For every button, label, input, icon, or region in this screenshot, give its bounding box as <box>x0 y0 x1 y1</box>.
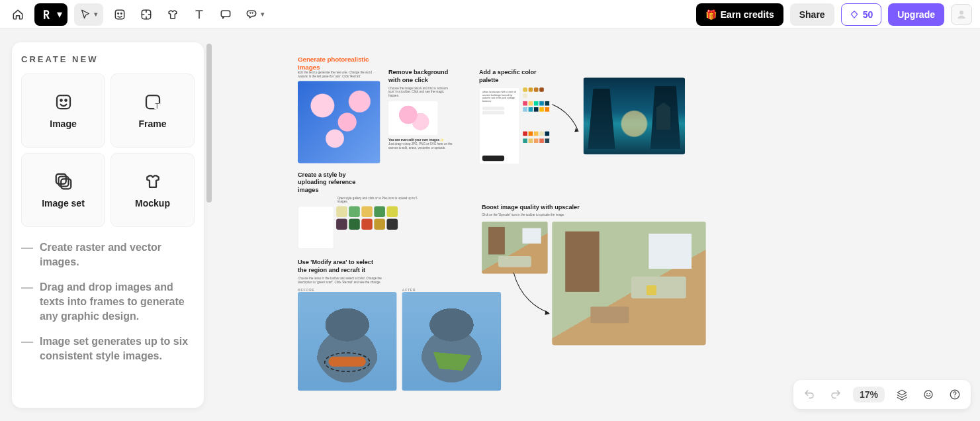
canvas-image-room-large[interactable] <box>552 222 705 346</box>
style-thumb[interactable] <box>374 218 385 230</box>
style-thumb[interactable] <box>336 218 347 230</box>
upscale-subtext: Click on the 'Upscale' icon in the toolb… <box>482 213 592 217</box>
canvas-image-fantasy[interactable] <box>584 77 686 154</box>
canvas-style-panel[interactable] <box>298 206 334 249</box>
tip-item: — Image set generates up to six consiste… <box>21 334 195 363</box>
create-image-card[interactable]: Image <box>21 73 105 148</box>
palette-swatch[interactable] <box>529 93 533 98</box>
palette-swatch[interactable] <box>545 138 550 143</box>
style-thumb[interactable] <box>374 206 385 217</box>
mockup-tool[interactable] <box>163 5 183 24</box>
zoom-level[interactable]: 17% <box>853 387 885 402</box>
panel-scrollbar[interactable] <box>206 42 212 408</box>
svg-point-1 <box>118 13 119 14</box>
palette-swatch[interactable] <box>534 131 539 136</box>
palette-swatch[interactable] <box>523 87 527 92</box>
comment-tool[interactable] <box>216 5 236 24</box>
palette-swatch[interactable] <box>523 107 527 112</box>
layers-button[interactable] <box>893 385 911 404</box>
palette-swatch[interactable] <box>534 101 539 105</box>
zoom-value: 17% <box>860 389 878 400</box>
palette-swatch[interactable] <box>529 87 533 92</box>
tip-item: — Create raster and vector images. <box>21 240 195 269</box>
undo-button[interactable] <box>800 385 819 404</box>
palette-swatch[interactable] <box>529 107 533 112</box>
palette-swatch[interactable] <box>529 101 533 105</box>
modify-subtext: Choose the lasso in the toolbar and sele… <box>298 276 396 284</box>
bottom-toolbar: 17% <box>793 380 971 409</box>
svg-text:T: T <box>155 103 159 110</box>
share-button[interactable]: Share <box>790 3 834 26</box>
style-thumb[interactable] <box>386 206 398 217</box>
palette-swatch[interactable] <box>523 131 527 136</box>
palette-swatch[interactable] <box>534 138 539 143</box>
gift-icon: 🎁 <box>705 9 717 20</box>
help-button[interactable] <box>946 385 964 404</box>
arrow-icon <box>510 270 553 320</box>
palette-swatch[interactable] <box>539 101 544 105</box>
tip-item: — Drag and drop images and texts into fr… <box>21 280 195 324</box>
canvas[interactable]: Generate photorealistic images Edit the … <box>218 29 980 421</box>
create-imageset-card[interactable]: Image set <box>21 153 105 227</box>
palette-swatch[interactable] <box>529 138 533 143</box>
prompt-preview: urban landscape with a view of ancient b… <box>482 91 516 103</box>
credits-pill[interactable]: 50 <box>841 3 882 26</box>
earn-credits-button[interactable]: 🎁 Earn credits <box>696 3 783 26</box>
arrow-icon <box>549 102 582 135</box>
palette-swatch[interactable] <box>523 93 527 98</box>
section-heading: Generate photorealistic images <box>298 56 380 71</box>
user-avatar[interactable] <box>951 4 972 25</box>
palette-swatch[interactable] <box>539 87 544 92</box>
palette-swatch[interactable] <box>539 107 544 112</box>
select-tool[interactable]: ▾ <box>74 3 103 26</box>
upgrade-label: Upgrade <box>897 9 935 20</box>
palette-swatch[interactable] <box>534 107 539 112</box>
palette-swatch[interactable] <box>523 101 527 105</box>
style-thumb[interactable] <box>386 218 398 230</box>
redo-button[interactable] <box>826 385 845 404</box>
view-button[interactable] <box>919 385 938 404</box>
svg-point-21 <box>954 397 956 398</box>
canvas-image-sakura[interactable] <box>298 81 380 164</box>
ai-tools-menu[interactable]: ▾ <box>242 5 267 24</box>
upgrade-button[interactable]: Upgrade <box>888 3 944 26</box>
upscale-title: Boost image quality with upscaler <box>482 204 706 211</box>
svg-point-5 <box>250 13 251 13</box>
home-button[interactable] <box>8 5 28 24</box>
text-tool[interactable] <box>189 5 209 24</box>
tip-text: Create raster and vector images. <box>40 240 195 269</box>
share-label: Share <box>799 9 825 20</box>
style-thumb[interactable] <box>361 206 373 217</box>
create-frame-card[interactable]: T Frame <box>111 73 195 148</box>
palette-swatch[interactable] <box>539 138 544 143</box>
style-subtext: Open style gallery and click on a Plus i… <box>337 197 424 205</box>
image-icon <box>54 92 73 112</box>
palette-swatch[interactable] <box>539 131 544 136</box>
svg-point-6 <box>252 13 253 13</box>
create-mockup-card[interactable]: Mockup <box>111 153 195 227</box>
card-label: Frame <box>138 118 166 129</box>
palette-swatch[interactable] <box>523 138 527 143</box>
app-logo-menu[interactable]: ▾ <box>34 3 67 26</box>
card-label: Image <box>50 118 76 129</box>
svg-point-2 <box>121 13 122 14</box>
canvas-image-room-small[interactable] <box>482 222 548 274</box>
palette-swatch[interactable] <box>529 131 533 136</box>
style-thumb[interactable] <box>349 218 360 230</box>
frame-tool[interactable] <box>136 5 156 24</box>
topbar: ▾ ▾ ▾ 🎁 Earn credits <box>0 0 980 29</box>
create-panel: CREATE NEW Image T Frame Image set Mocku… <box>12 42 204 408</box>
palette-swatch[interactable] <box>534 87 539 92</box>
style-thumb[interactable] <box>349 206 360 217</box>
modify-title: Use 'Modify area' to select the region a… <box>298 259 375 274</box>
style-thumb[interactable] <box>361 218 373 230</box>
dash-icon: — <box>21 280 33 324</box>
canvas-palette-panel[interactable]: urban landscape with a view of ancient b… <box>479 87 519 164</box>
canvas-image-dog-before[interactable] <box>298 292 396 391</box>
svg-rect-15 <box>58 177 68 187</box>
imageset-icon <box>54 171 73 191</box>
image-tool[interactable] <box>110 5 130 24</box>
canvas-image-sakura-cut[interactable] <box>388 101 438 135</box>
toolbar-left: ▾ ▾ ▾ <box>8 3 267 26</box>
style-thumb[interactable] <box>336 206 347 217</box>
